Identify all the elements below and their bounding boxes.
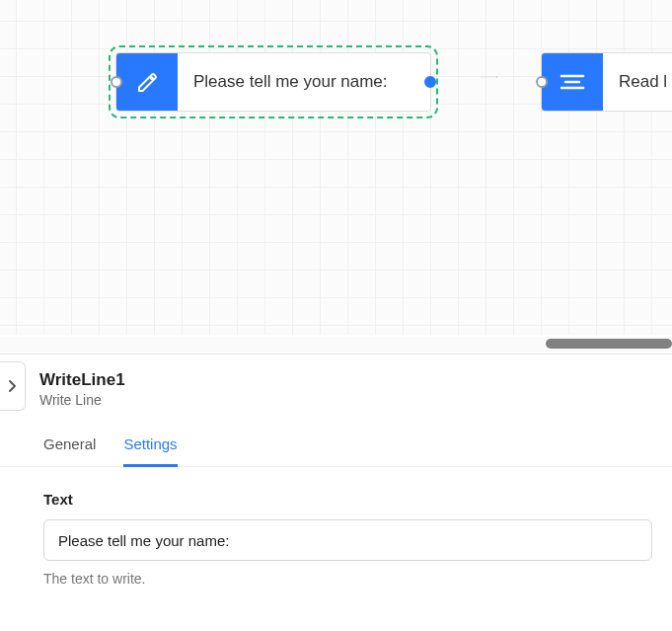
- lines-icon: [542, 53, 603, 111]
- field-help-text: The text to write.: [43, 571, 652, 587]
- panel-toggle-button[interactable]: [0, 361, 26, 411]
- chevron-right-icon: [8, 379, 18, 393]
- tab-content-settings: Text The text to write.: [0, 467, 672, 587]
- node-writeline[interactable]: Please tell me your name:: [115, 52, 431, 112]
- node-readline-label: Read l: [603, 72, 672, 92]
- svg-marker-1: [496, 76, 497, 77]
- node-readline[interactable]: Read l: [541, 52, 672, 112]
- panel-subtitle: Write Line: [39, 392, 652, 408]
- port-out[interactable]: [424, 76, 436, 88]
- panel-title: WriteLine1: [39, 370, 652, 390]
- connection-arrow: [438, 76, 541, 78]
- pencil-icon: [116, 53, 178, 111]
- node-writeline-label: Please tell me your name:: [178, 72, 430, 92]
- text-input[interactable]: [43, 519, 652, 561]
- field-label-text: Text: [43, 491, 652, 508]
- port-in[interactable]: [111, 76, 122, 88]
- tabs: General Settings: [0, 426, 672, 467]
- tab-general[interactable]: General: [43, 426, 96, 466]
- tab-settings[interactable]: Settings: [123, 426, 177, 467]
- scrollbar-thumb[interactable]: [546, 339, 672, 349]
- panel-header: WriteLine1 Write Line: [0, 355, 672, 420]
- horizontal-scrollbar[interactable]: [0, 337, 672, 353]
- workflow-canvas[interactable]: Please tell me your name: Read l: [0, 0, 672, 335]
- port-in[interactable]: [536, 76, 548, 88]
- properties-panel: WriteLine1 Write Line General Settings T…: [0, 354, 672, 587]
